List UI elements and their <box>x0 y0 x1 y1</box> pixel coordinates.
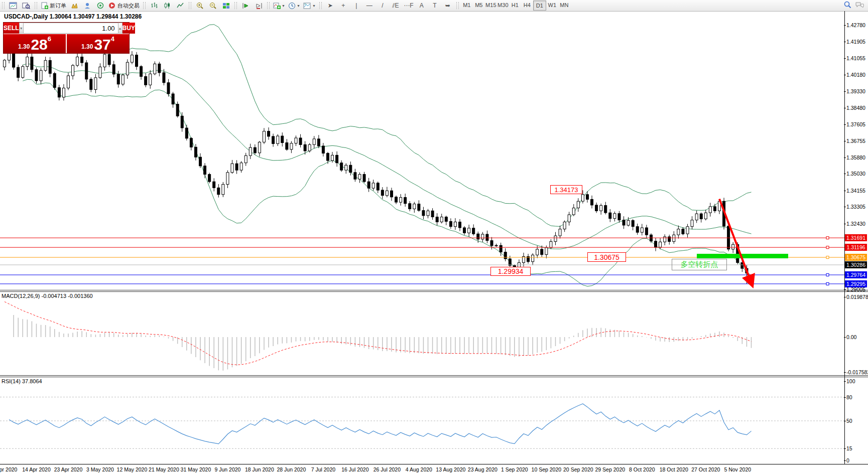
price-tick: 1.35880 <box>846 154 865 161</box>
date-label: 1 Sep 2020 <box>501 466 528 472</box>
pivot-note[interactable]: 多空转折点 <box>672 259 727 270</box>
news-icon[interactable] <box>94 1 107 11</box>
line-chart-icon[interactable] <box>174 1 187 11</box>
periods-icon[interactable]: ▼ <box>287 1 302 11</box>
text-icon[interactable]: A <box>415 1 428 11</box>
date-label: 27 Oct 2020 <box>691 466 720 472</box>
price-tick: 1.40180 <box>846 72 865 78</box>
sell-button[interactable]: SELL <box>4 23 19 34</box>
channel-icon[interactable]: ⫽E <box>389 1 402 11</box>
zoom-in-icon[interactable] <box>193 1 206 11</box>
date-label: 9 Jun 2020 <box>214 466 240 472</box>
auto-scroll-icon[interactable] <box>239 1 252 11</box>
indicator-tick: 0.00 <box>846 334 856 340</box>
timeframe-mn[interactable]: MN <box>558 1 570 10</box>
date-label: 12 May 2020 <box>117 466 148 472</box>
new-order-button[interactable]: 新订单 <box>39 1 68 11</box>
profiles-icon[interactable] <box>20 1 33 11</box>
volume-input[interactable] <box>24 23 118 34</box>
chat-icon[interactable] <box>855 2 864 10</box>
macd-pane[interactable] <box>0 292 844 375</box>
toolbar-grip <box>35 2 37 9</box>
volume-down-button[interactable]: ▼ <box>19 23 24 34</box>
swing-high-label[interactable]: 1.34173 <box>550 185 582 194</box>
chevron-down-icon: ▼ <box>312 4 316 8</box>
community-icon[interactable] <box>81 1 94 11</box>
candlestick-icon[interactable] <box>161 1 174 11</box>
date-label: 8 Oct 2020 <box>629 466 655 472</box>
buy-price-pips: 37 <box>94 37 110 52</box>
mt4-terminal: 新订单 自动交易 <box>0 0 868 475</box>
buy-price[interactable]: 1.30 37 4 <box>67 34 129 53</box>
date-label: 31 May 2020 <box>181 466 211 472</box>
timeframe-h1[interactable]: H1 <box>509 1 521 10</box>
fibonacci-icon[interactable]: ⋯F <box>402 1 415 11</box>
price-tick: 1.37605 <box>846 121 865 127</box>
templates-icon[interactable]: ▼ <box>302 1 317 11</box>
date-label: 23 Aug 2020 <box>468 466 498 472</box>
metaquotes-icon[interactable] <box>68 1 81 11</box>
price-tick: 1.41905 <box>846 39 865 45</box>
bar-chart-icon[interactable] <box>148 1 161 11</box>
autotrade-button[interactable]: 自动交易 <box>107 1 141 11</box>
timeframe-m30[interactable]: M30 <box>497 1 509 10</box>
date-label: 29 Sep 2020 <box>595 466 626 472</box>
crosshair-icon[interactable]: + <box>337 1 350 11</box>
indicators-icon[interactable]: ▼ <box>272 1 287 11</box>
timeframe-d1[interactable]: D1 <box>533 1 546 11</box>
timeframe-m15[interactable]: M15 <box>485 1 497 10</box>
buy-button[interactable]: BUY <box>122 23 135 34</box>
indicator-tick: 100 <box>846 378 855 384</box>
cursor-icon[interactable]: ➤ <box>324 1 337 11</box>
toolbar-grip <box>319 2 322 9</box>
search-icon[interactable] <box>844 1 851 10</box>
new-order-label: 新订单 <box>50 2 66 10</box>
price-tick: 1.39330 <box>846 88 865 94</box>
toolbar-grip <box>143 2 146 9</box>
price-badge: 1.30675 <box>845 254 867 261</box>
price-tick: 1.32430 <box>846 221 865 227</box>
vertical-line-icon[interactable]: | <box>350 1 363 11</box>
rsi-pane[interactable] <box>0 377 844 464</box>
price-tick: 1.42780 <box>846 22 865 28</box>
arrows-icon[interactable]: ➥ <box>441 1 454 11</box>
one-click-trading-panel: SELL ▼ ▲ BUY 1.30 28 6 1.30 37 4 <box>3 22 130 54</box>
date-label: 23 Apr 2020 <box>54 466 83 472</box>
chevron-down-icon: ▼ <box>297 4 300 8</box>
rsi-label: RSI(14) 37.8064 <box>2 378 42 384</box>
label-icon[interactable]: T <box>428 1 441 11</box>
date-label: 10 Sep 2020 <box>532 466 562 472</box>
indicator-tick: 0 <box>846 457 849 463</box>
timeframe-m5[interactable]: M5 <box>473 1 485 10</box>
date-label: 16 Jul 2020 <box>341 466 368 472</box>
sell-price[interactable]: 1.30 28 6 <box>4 34 66 53</box>
zoom-out-icon[interactable] <box>206 1 219 11</box>
chart-shift-icon[interactable] <box>252 1 265 11</box>
date-label: 7 Jul 2020 <box>311 466 335 472</box>
volume-up-button[interactable]: ▲ <box>118 23 122 34</box>
timeframe-w1[interactable]: W1 <box>546 1 558 10</box>
swing-low-label[interactable]: 1.29934 <box>490 267 531 276</box>
date-label: 13 Aug 2020 <box>436 466 465 472</box>
date-label: 3 May 2020 <box>86 466 114 472</box>
drawing-tools-group: ➤+|—/⫽E⋯FAT➥ <box>324 1 454 11</box>
tile-windows-icon[interactable] <box>219 1 232 11</box>
price-tick: 1.38480 <box>846 105 865 111</box>
price-tick: 1.33305 <box>846 204 865 210</box>
timeframe-group: M1M5M15M30H1H4D1W1MN <box>461 1 570 11</box>
price-badge: 1.29295 <box>845 280 867 287</box>
date-label: 18 Jun 2020 <box>245 466 274 472</box>
trendline-icon[interactable]: / <box>376 1 389 11</box>
price-badge: 1.31691 <box>845 234 867 241</box>
buy-price-point: 4 <box>111 35 114 43</box>
toolbar-grip <box>267 2 270 9</box>
new-chart-icon[interactable] <box>7 1 20 11</box>
timeframe-h4[interactable]: H4 <box>521 1 533 10</box>
pivot-zone-bar[interactable] <box>697 254 788 258</box>
sell-price-point: 6 <box>48 35 51 43</box>
horizontal-line-icon[interactable]: — <box>363 1 376 11</box>
toolbar: 新订单 自动交易 <box>0 0 868 12</box>
chevron-down-icon: ▼ <box>282 4 285 8</box>
timeframe-m1[interactable]: M1 <box>461 1 473 10</box>
pivot-price-label[interactable]: 1.30675 <box>587 252 626 262</box>
